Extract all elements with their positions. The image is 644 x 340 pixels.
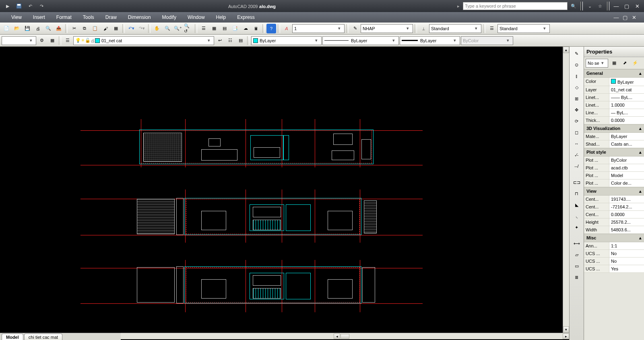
prop-row[interactable]: UCS ...Yes	[584, 265, 644, 273]
chamfer-icon[interactable]: ◣	[571, 200, 582, 210]
menu-view[interactable]: View	[6, 13, 27, 22]
properties-title[interactable]: Properties	[584, 47, 644, 57]
prop-value[interactable]: ByLayer	[609, 133, 644, 140]
search-input[interactable]	[463, 2, 568, 10]
prop-group-plot-style[interactable]: Plot style▴	[584, 148, 644, 157]
select-objects-icon[interactable]: ⬈	[620, 59, 629, 68]
menu-window[interactable]: Window	[182, 13, 211, 22]
prop-value[interactable]: Color de...	[609, 179, 644, 187]
open-icon[interactable]: 📂	[12, 24, 22, 33]
prop-value[interactable]: ByColor	[609, 157, 644, 164]
copy-obj-icon[interactable]: ⊙	[571, 60, 582, 70]
linetype-combo[interactable]: ByLayer▾	[322, 36, 399, 45]
save-tb-icon[interactable]: 💾	[23, 24, 32, 33]
menu-modify[interactable]: Modify	[157, 13, 182, 22]
trim-icon[interactable]: -⁄-	[571, 150, 582, 160]
prop-value[interactable]: 191743....	[609, 196, 644, 203]
doc-minimize-button[interactable]: —	[612, 14, 621, 21]
prop-value[interactable]: Yes	[609, 265, 644, 272]
prop-value[interactable]: 54803.6...	[609, 226, 644, 233]
favorites-icon[interactable]: ☆	[596, 2, 605, 10]
prop-group-3d-visualization[interactable]: 3D Visualization▴	[584, 124, 644, 133]
prop-value[interactable]: —— ByL...	[609, 94, 644, 101]
prop-row[interactable]: Cent...-72164.2...	[584, 203, 644, 211]
erase-icon[interactable]: ✎	[571, 48, 582, 59]
prop-value[interactable]: — ByL...	[609, 109, 644, 116]
rotate-icon[interactable]: ⟳	[571, 116, 582, 126]
prop-value[interactable]: -72164.2...	[609, 203, 644, 210]
prop-row[interactable]: Cent...191743....	[584, 196, 644, 203]
prop-value[interactable]: Casts an...	[609, 140, 644, 148]
dimstyle-combo[interactable]: Standard▾	[429, 24, 481, 33]
undo-tb-icon[interactable]: ↶▾	[126, 24, 136, 33]
doc-maximize-button[interactable]: ▢	[621, 14, 630, 21]
scroll-left-icon[interactable]: ◂	[334, 334, 340, 339]
prop-value[interactable]: Model	[609, 172, 644, 179]
menu-express[interactable]: Express	[231, 13, 260, 22]
textstyle-combo[interactable]: NHAP▾	[361, 24, 413, 33]
prop-group-misc[interactable]: Misc▴	[584, 234, 644, 242]
search-icon[interactable]: 🔍	[569, 2, 578, 10]
stretch-icon[interactable]: ↔	[571, 138, 582, 149]
workspace-settings-icon[interactable]: ⚙	[37, 36, 47, 45]
scale-icon[interactable]: ◻	[571, 127, 582, 138]
tablestyle-combo[interactable]: Standard▾	[497, 24, 550, 33]
move-icon[interactable]: ✥	[571, 105, 582, 115]
plot-preview-icon[interactable]: 🔍	[43, 24, 53, 33]
redo-icon[interactable]: ↷	[37, 2, 46, 10]
prop-row[interactable]: Ann...1:1	[584, 242, 644, 250]
prop-value[interactable]: acad.ctb	[609, 164, 644, 171]
paste-icon[interactable]: 📋	[90, 24, 100, 33]
tab-model[interactable]: Model	[2, 334, 23, 340]
join-icon[interactable]: ⊓	[571, 188, 582, 199]
zoom-window-icon[interactable]: 🔍⁺	[173, 24, 183, 33]
design-center-icon[interactable]: ▦	[209, 24, 219, 33]
prop-row[interactable]: Width54803.6...	[584, 226, 644, 234]
prop-value[interactable]: No	[609, 250, 644, 257]
prop-value[interactable]: No	[609, 258, 644, 265]
extend-icon[interactable]: --/	[571, 161, 582, 171]
break-icon[interactable]: ⊏⊐	[571, 177, 582, 188]
quickcalc-icon[interactable]: 🖩	[251, 24, 261, 33]
prop-row[interactable]: Plot ...Color de...	[584, 179, 644, 187]
prop-row[interactable]: ColorByLayer	[584, 78, 644, 86]
redo-tb-icon[interactable]: ↷▾	[137, 24, 147, 33]
scroll-up-icon[interactable]: ▴	[563, 47, 569, 53]
tool-palette-icon[interactable]: ▤	[220, 24, 229, 33]
new-icon[interactable]: 📄	[2, 24, 11, 33]
prop-row[interactable]: Linet...1.0000	[584, 101, 644, 109]
horizontal-scrollbar[interactable]: ◂ ▸	[121, 333, 569, 339]
layer-iso-icon[interactable]: ▤	[236, 36, 246, 45]
menu-help[interactable]: Help	[211, 13, 232, 22]
annotation-scale-combo[interactable]: 1▾	[292, 24, 345, 33]
markup-icon[interactable]: ☁	[241, 24, 250, 33]
lineweight-combo[interactable]: ByLayer▾	[400, 36, 460, 45]
textstyle-tb-icon[interactable]: ✎	[350, 24, 360, 33]
tab-layout1[interactable]: chi tiet cac mat	[24, 334, 62, 340]
prop-row[interactable]: Linet...—— ByL...	[584, 94, 644, 101]
app-menu-button[interactable]: ▶	[3, 2, 12, 10]
prop-group-view[interactable]: View▴	[584, 187, 644, 196]
prop-group-general[interactable]: General▴	[584, 69, 644, 78]
color-combo[interactable]: ByLayer▾	[251, 36, 322, 45]
offset-icon[interactable]: ◇	[571, 82, 582, 93]
comm-center-icon[interactable]: ⌄	[585, 2, 594, 10]
sheet-set-icon[interactable]: 📑	[230, 24, 240, 33]
undo-icon[interactable]: ↶	[26, 2, 35, 10]
tablestyle-icon[interactable]: ☰	[487, 24, 497, 33]
prop-row[interactable]: Plot ...acad.ctb	[584, 164, 644, 172]
menu-dimension[interactable]: Dimension	[122, 13, 157, 22]
textstyle-icon[interactable]: A	[282, 24, 291, 33]
cut-icon[interactable]: ✂	[69, 24, 79, 33]
prop-row[interactable]: Plot ...Model	[584, 172, 644, 179]
menu-insert[interactable]: Insert	[27, 13, 51, 22]
plot-icon[interactable]: 🖨	[33, 24, 43, 33]
save-icon[interactable]	[14, 2, 23, 10]
publish-icon[interactable]: 📤	[54, 24, 64, 33]
toggle-pickadd-icon[interactable]: ▦	[610, 59, 619, 68]
prop-value[interactable]: 1.0000	[609, 101, 644, 109]
menu-tools[interactable]: Tools	[77, 13, 100, 22]
layer-states-icon[interactable]: ☷	[225, 36, 235, 45]
fillet-icon[interactable]: ◟	[571, 211, 582, 221]
scroll-thumb[interactable]	[341, 334, 349, 339]
